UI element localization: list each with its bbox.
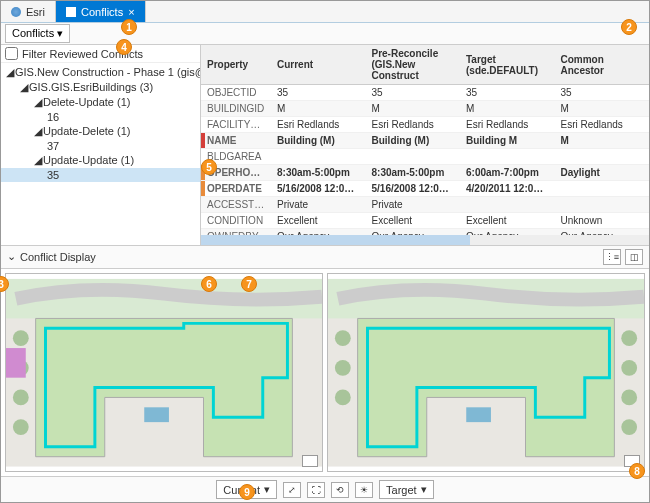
callout-8: 8	[629, 463, 645, 479]
svg-point-10	[621, 330, 637, 346]
target-dropdown[interactable]: Target ▾	[379, 480, 434, 499]
tab-esri[interactable]: Esri	[1, 1, 56, 22]
svg-point-4	[13, 389, 29, 405]
table-row[interactable]: OPERDATE5/16/2008 12:00:00 AM5/16/2008 1…	[201, 181, 649, 197]
tree-du-id[interactable]: 16	[1, 110, 200, 124]
table-row[interactable]: ACCESSTYPEPrivatePrivate	[201, 197, 649, 213]
chevron-down-icon[interactable]: ⌄	[7, 250, 16, 263]
globe-icon	[11, 7, 21, 17]
link-views-icon[interactable]: ⟲	[331, 482, 349, 498]
tree-update-update[interactable]: ◢Update-Update (1)	[1, 153, 200, 168]
table-row[interactable]: BLDGAREA	[201, 149, 649, 165]
tree-update-delete[interactable]: ◢Update-Delete (1)	[1, 124, 200, 139]
callout-2: 2	[621, 19, 637, 35]
map-display	[1, 269, 649, 477]
tree-layer[interactable]: ◢GIS.GIS.EsriBuildings (3)	[1, 80, 200, 95]
table-row[interactable]: BUILDINGIDMMMM	[201, 101, 649, 117]
tab-conflicts-label: Conflicts	[81, 6, 123, 18]
svg-point-12	[621, 389, 637, 405]
table-row[interactable]: OBJECTID35353535	[201, 85, 649, 101]
footer-toolbar: Current ▾ ⤢ ⛶ ⟲ ☀ Target ▾	[1, 476, 649, 502]
right-pane: Property Current Pre-Reconcile (GIS.New …	[201, 45, 649, 245]
conflicts-button[interactable]: Conflicts ▾	[5, 24, 70, 43]
tree-root[interactable]: ◢GIS.New Construction - Phase 1 (gis@eev…	[1, 65, 200, 80]
tree-delete-update[interactable]: ◢Delete-Update (1)	[1, 95, 200, 110]
toolbar: Conflicts ▾	[1, 23, 649, 45]
svg-point-5	[13, 419, 29, 435]
table-row[interactable]: FACILITYKEYEsri RedlandsEsri RedlandsEsr…	[201, 117, 649, 133]
callout-5: 5	[201, 159, 217, 175]
conflicts-icon	[66, 7, 76, 17]
callout-1: 1	[121, 19, 137, 35]
layout-toggle-button[interactable]: ◫	[625, 249, 643, 265]
callout-7: 7	[241, 276, 257, 292]
close-icon[interactable]: ×	[128, 6, 134, 18]
col-target[interactable]: Target (sde.DEFAULT)	[460, 45, 555, 85]
property-grid[interactable]: Property Current Pre-Reconcile (GIS.New …	[201, 45, 649, 235]
tree-uu-id[interactable]: 35	[1, 168, 200, 182]
filter-reviewed-checkbox[interactable]	[5, 47, 18, 60]
svg-point-11	[621, 359, 637, 375]
svg-point-2	[13, 330, 29, 346]
conflict-tree[interactable]: ◢GIS.New Construction - Phase 1 (gis@eev…	[1, 63, 200, 245]
col-current[interactable]: Current	[271, 45, 366, 85]
conflict-display-header: ⌄ Conflict Display ⋮≡ ◫	[1, 245, 649, 269]
table-row[interactable]: NAMEBuilding (M)Building (M)Building MM	[201, 133, 649, 149]
svg-point-14	[335, 330, 351, 346]
callout-9: 9	[239, 484, 255, 500]
svg-point-13	[621, 419, 637, 435]
tree-ud-id[interactable]: 37	[1, 139, 200, 153]
svg-rect-6	[6, 348, 26, 378]
tab-esri-label: Esri	[26, 6, 45, 18]
callout-6: 6	[201, 276, 217, 292]
zoom-full-icon[interactable]: ⛶	[307, 482, 325, 498]
display-options-button[interactable]: ⋮≡	[603, 249, 621, 265]
col-property[interactable]: Property	[201, 45, 271, 85]
left-pane: Filter Reviewed Conflicts ◢GIS.New Const…	[1, 45, 201, 245]
map-current[interactable]	[5, 273, 323, 473]
map-legend-icon[interactable]	[302, 455, 318, 467]
callout-4: 4	[116, 39, 132, 55]
horizontal-scrollbar[interactable]	[201, 235, 649, 245]
svg-rect-17	[466, 407, 491, 422]
table-row[interactable]: CONDITIONExcellentExcellentExcellentUnkn…	[201, 213, 649, 229]
tab-strip: Esri Conflicts ×	[1, 1, 649, 23]
svg-point-16	[335, 389, 351, 405]
svg-point-15	[335, 359, 351, 375]
svg-rect-7	[144, 407, 169, 422]
zoom-in-icon[interactable]: ⤢	[283, 482, 301, 498]
col-pre[interactable]: Pre-Reconcile (GIS.New Construct	[366, 45, 461, 85]
table-row[interactable]: OPERHOURS8:30am-5:00pm8:30am-5:00pm6:00a…	[201, 165, 649, 181]
conflict-display-title: Conflict Display	[20, 251, 96, 263]
map-target[interactable]	[327, 273, 645, 473]
col-ancestor[interactable]: Common Ancestor	[555, 45, 650, 85]
highlight-icon[interactable]: ☀	[355, 482, 373, 498]
